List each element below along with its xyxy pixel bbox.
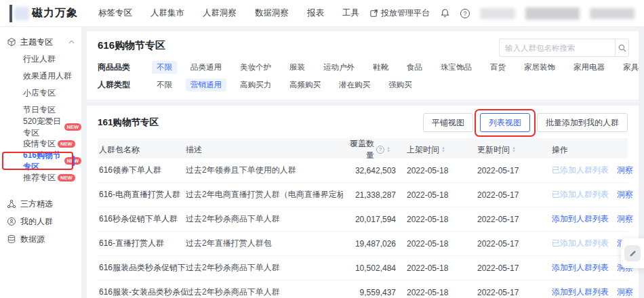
coverage-count: 9,559,437 [343,288,396,297]
table-row: 616服装品类秒杀促销下单人群 过去2年秒杀商品下单人群 10,502,484 … [98,256,628,280]
sidebar-item-my-audience[interactable]: 我的人群 [0,213,81,230]
edit-floating-button[interactable] [621,238,644,268]
added-to-list-link[interactable]: 已添加人群列表 [552,190,609,199]
filter-option[interactable]: 高频购买 [285,79,325,91]
table-row: 616秒杀促销下单人群 过去2年秒杀商品下单人群 20,017,594 2022… [98,207,628,232]
filter-panel: 616购物节专区 商品品类 不限 品类通用 美妆个护 服装 运动户外 鞋靴 食品… [87,31,639,100]
user-info-blurred-2 [525,7,580,20]
person-circle-icon [7,217,16,226]
filter-label: 人群类型 [98,79,140,91]
filter-option[interactable]: 鞋靴 [368,61,393,74]
added-to-list-link[interactable]: 已添加人群列表 [552,165,609,175]
shelf-date: 2022-05-18 [396,215,466,224]
col-update-time: 更新时间 ▲▼ [466,144,541,156]
table-row: 616-电商直播打赏人群 过去2年电商直播打赏人群（电商直播界定标准：... 2… [98,183,628,207]
list-view-button[interactable]: 列表视图 [480,113,530,132]
filter-option[interactable]: 百货 [485,61,510,74]
chevron-up-icon[interactable] [68,40,75,44]
shelf-date: 2022-05-18 [396,239,466,249]
sidebar-item-third-party[interactable]: 三方精选 [0,195,81,213]
col-update-label: 更新时间 [477,144,510,156]
batch-add-button[interactable]: 批量添加到我的人群 [537,113,628,132]
add-to-list-link[interactable]: 添加到人群列表 [552,287,609,297]
sidebar-item-616-shopping-festival[interactable]: 616购物节专区 NEW [0,152,81,169]
coverage-count: 21,338,287 [343,190,396,200]
list-view-label: 列表视图 [489,118,521,127]
list-panel: 161购物节专区 平铺视图 列表视图 批量添加到我的人群 人群包名称 描述 覆盖… [87,106,639,298]
nav-audience-insight[interactable]: 人群洞察 [203,7,237,19]
filter-row-category: 商品品类 不限 品类通用 美妆个护 服装 运动户外 鞋靴 食品 珠宝饰品 百货 … [98,61,628,74]
sidebar-item-label: 节日专区 [23,104,56,116]
sidebar-item-label: 疫情专区 [23,138,56,150]
new-badge: NEW [58,174,75,182]
nav-report[interactable]: 报表 [307,7,324,19]
sidebar-item-label: 效果通用人群 [23,70,72,82]
filter-option[interactable]: 不限 [152,61,177,74]
sidebar-item-label: 我的人群 [20,216,53,228]
filter-option[interactable]: 食品 [402,61,427,74]
nav-tools[interactable]: 工具 [342,7,359,19]
sidebar-item-label: 三方精选 [20,198,53,210]
shelf-date: 2022-05-18 [396,288,466,297]
cube-icon [7,37,16,47]
col-count-label: 覆盖数量 [343,138,374,161]
nav-tag-zone[interactable]: 标签专区 [98,7,132,19]
coverage-count: 20,017,594 [343,215,396,224]
sidebar-item-520-day[interactable]: 520宠爱日专区NEW [0,119,81,135]
search-input[interactable] [499,39,615,57]
sidebar-item-industry-audience[interactable]: 行业人群 [0,51,81,68]
insight-link[interactable]: 洞察 [617,190,633,199]
sidebar: 主题专区 行业人群 效果通用人群 小店专区 节日专区 520宠爱日专区NEW 疫… [0,27,81,298]
audience-desc: 过去2年秒杀商品下单人群 [186,262,343,274]
ad-platform-link[interactable]: 投放管理平台 [369,7,430,19]
audience-table: 人群包名称 描述 覆盖数量 ? ▲▼ 上架时间 ▲▼ 更新时间 ▲▼ 操作 61… [98,138,628,298]
col-operations: 操作 [541,144,628,156]
sidebar-item-data-source[interactable]: 数据源 [0,230,81,248]
flat-view-button[interactable]: 平铺视图 [423,113,473,132]
launch-icon [369,9,378,18]
filter-option[interactable]: 运动户外 [319,61,359,74]
filter-option[interactable]: 品类通用 [186,61,226,74]
search-button[interactable] [615,39,629,57]
filter-option[interactable]: 营销通用 [186,79,226,91]
filter-option[interactable]: 潜在购买 [334,79,375,91]
audience-name: 616-电商直播打赏人群 [98,189,186,200]
filter-option[interactable]: 不限 [152,79,177,91]
sidebar-group-theme-zone[interactable]: 主题专区 [0,33,81,51]
filter-options: 不限 品类通用 美妆个护 服装 运动户外 鞋靴 食品 珠宝饰品 百货 家居装饰 … [152,61,644,74]
audience-name: 616服装-女装品类秒杀促销下... [98,286,186,298]
help-icon[interactable]: ? [460,9,470,18]
sidebar-item-effect-general[interactable]: 效果通用人群 [0,68,81,85]
filter-options: 不限 营销通用 高购买力 高频购买 潜在购买 强购买 [152,79,426,91]
filter-option[interactable]: 服装 [285,61,310,74]
sidebar-item-small-shop[interactable]: 小店专区 [0,85,81,102]
added-to-list-link[interactable]: 已添加人群列表 [552,238,609,248]
nav-audience-market[interactable]: 人群集市 [150,7,184,19]
filter-option[interactable]: 美妆个护 [235,61,276,74]
sort-icon[interactable]: ▲▼ [512,146,516,153]
sidebar-item-recommend[interactable]: 推荐专区NEW [0,169,81,186]
audience-name: 616-直播打赏人群 [98,238,186,249]
info-icon[interactable]: ? [376,146,384,154]
nav-data-insight[interactable]: 数据洞察 [255,7,289,19]
add-to-list-link[interactable]: 添加到人群列表 [552,263,609,272]
active-indicator-bar [73,156,75,166]
col-shelf-time: 上架时间 ▲▼ [396,144,466,156]
insight-link[interactable]: 洞察 [617,165,633,175]
filter-option[interactable]: 珠宝饰品 [436,61,477,74]
filter-option[interactable]: 强购买 [384,79,417,91]
sort-icon[interactable]: ▲▼ [386,146,390,153]
filter-option[interactable]: 家用电器 [569,61,609,74]
audience-name: 616秒杀促销下单人群 [98,213,186,225]
filter-option[interactable]: 高购买力 [235,79,276,91]
search-box [499,39,629,57]
add-to-list-link[interactable]: 添加到人群列表 [552,214,609,224]
sort-icon[interactable]: ▲▼ [441,146,445,153]
user-info-blurred-1 [480,8,515,19]
update-date: 2022-05-17 [466,190,541,200]
insight-link[interactable]: 洞察 [617,287,633,297]
notification-bell-icon[interactable] [440,8,450,18]
filter-option[interactable]: 家居装饰 [519,61,560,74]
sidebar-item-label: 数据源 [20,234,45,245]
insight-link[interactable]: 洞察 [617,214,633,224]
